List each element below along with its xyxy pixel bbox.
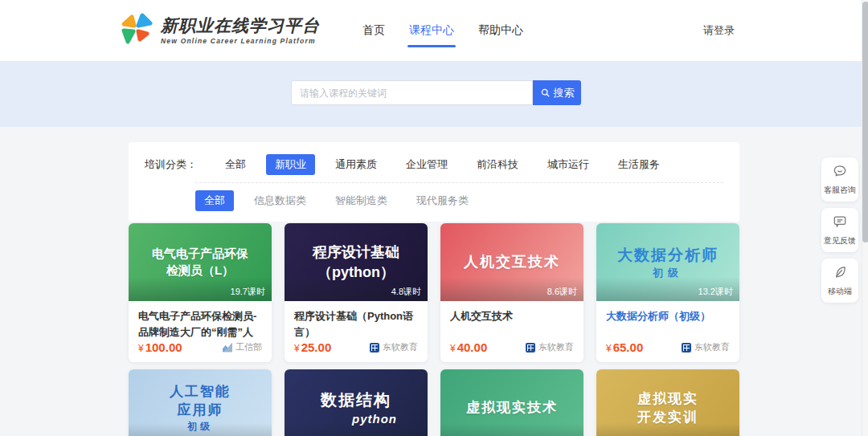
- course-card[interactable]: 程序设计基础（python） 4.8课时 程序设计基础（Python语言） ¥2…: [285, 223, 428, 362]
- primary-filter-row: 培训分类： 全部新职业通用素质企业管理前沿科技城市运行生活服务: [145, 154, 723, 175]
- course-title[interactable]: 大数据分析师（初级）: [606, 308, 730, 324]
- scrollbar-track[interactable]: [862, 0, 868, 436]
- course-cover-image: 虚拟现实开发实训: [596, 369, 739, 436]
- float-button-label: 移动端: [828, 286, 852, 297]
- filter-panel: 培训分类： 全部新职业通用素质企业管理前沿科技城市运行生活服务 全部信息数据类智…: [129, 142, 739, 222]
- cover-title-line: 大数据分析师: [617, 245, 719, 266]
- category-pill[interactable]: 全部: [195, 190, 234, 211]
- course-card[interactable]: 虚拟现实技术: [440, 369, 583, 436]
- course-card[interactable]: 电气电子产品环保检测员（L） 19.7课时 电气电子产品环保检测员-品牌制造大厂…: [129, 223, 272, 362]
- course-title[interactable]: 电气电子产品环保检测员-品牌制造大厂的“刚需”人才: [138, 308, 262, 340]
- cover-title: 数据结构python: [315, 389, 397, 427]
- active-tab-underline: [407, 45, 456, 47]
- cover-title-line: 开发实训: [637, 409, 698, 427]
- nav-item-label: 首页: [362, 23, 385, 36]
- course-cover-image: 程序设计基础（python） 4.8课时: [285, 223, 428, 301]
- course-cover-image: 人工智能应用师初级: [129, 369, 272, 436]
- course-card[interactable]: 数据结构python: [285, 369, 428, 436]
- brand-subtitle: New Online Career Learning Platform: [161, 37, 320, 45]
- cover-title: 程序设计基础（python）: [313, 242, 399, 282]
- course-cover-image: 大数据分析师初级 13.2课时: [596, 223, 739, 301]
- category-pill[interactable]: 企业管理: [397, 154, 457, 175]
- brand-text: 新职业在线学习平台 New Online Career Learning Pla…: [161, 16, 320, 44]
- cover-title-line: 检测员（L）: [152, 263, 248, 279]
- neusoft-logo-icon: [370, 343, 379, 352]
- course-price: ¥40.00: [450, 340, 487, 354]
- course-provider: 东软教育: [370, 341, 418, 353]
- nav-item[interactable]: 帮助中心: [473, 15, 528, 46]
- course-info: 人机交互技术 ¥40.00 东软教育: [440, 301, 583, 362]
- feedback-bubble-icon: [832, 214, 848, 233]
- cover-title-line: 初级: [617, 266, 719, 280]
- brand-title: 新职业在线学习平台: [161, 16, 320, 35]
- course-card[interactable]: 人工智能应用师初级: [129, 369, 272, 436]
- wing-icon: [832, 264, 848, 283]
- course-card[interactable]: 人机交互技术 8.6课时 人机交互技术 ¥40.00 东软教育: [440, 223, 583, 362]
- cover-title: 虚拟现实开发实训: [637, 390, 698, 427]
- course-price: ¥65.00: [606, 340, 643, 354]
- pinwheel-logo-icon: [119, 12, 153, 49]
- category-pill[interactable]: 前沿科技: [468, 154, 527, 175]
- cover-title: 人机交互技术: [464, 252, 560, 271]
- course-cover-image: 电气电子产品环保检测员（L） 19.7课时: [129, 223, 272, 301]
- course-price: ¥25.00: [294, 340, 331, 354]
- price-amount: 100.00: [145, 340, 182, 354]
- page: 新职业在线学习平台 New Online Career Learning Pla…: [0, 0, 868, 436]
- course-info: 电气电子产品环保检测员-品牌制造大厂的“刚需”人才 ¥100.00 工信部: [129, 301, 272, 362]
- float-button-label: 意见反馈: [824, 235, 856, 247]
- cover-title-line: （python）: [313, 263, 399, 282]
- cover-title-line: 程序设计基础: [313, 242, 399, 262]
- category-pill[interactable]: 通用素质: [326, 154, 386, 175]
- course-title[interactable]: 程序设计基础（Python语言）: [294, 308, 418, 340]
- currency-symbol: ¥: [450, 343, 456, 354]
- brand-logo[interactable]: 新职业在线学习平台 New Online Career Learning Pla…: [119, 12, 320, 49]
- filter-divider: [195, 182, 723, 183]
- search-button[interactable]: 搜索: [533, 80, 581, 105]
- login-link[interactable]: 请登录: [703, 23, 735, 38]
- search-input[interactable]: [291, 80, 533, 105]
- cover-title-line: 应用师: [170, 401, 231, 420]
- course-grid: 电气电子产品环保检测员（L） 19.7课时 电气电子产品环保检测员-品牌制造大厂…: [129, 223, 739, 436]
- currency-symbol: ¥: [138, 343, 144, 354]
- search-button-label: 搜索: [554, 86, 575, 100]
- duration-badge: 4.8课时: [391, 286, 421, 298]
- category-pill[interactable]: 信息数据类: [245, 190, 315, 211]
- float-button-label: 客服咨询: [824, 185, 856, 196]
- category-pill[interactable]: 城市运行: [538, 154, 598, 175]
- float-button[interactable]: 客服咨询: [821, 157, 858, 202]
- float-button[interactable]: 意见反馈: [821, 208, 858, 252]
- course-info: 程序设计基础（Python语言） ¥25.00 东软教育: [285, 301, 428, 362]
- course-info: 大数据分析师（初级） ¥65.00 东软教育: [596, 301, 739, 362]
- floating-toolbar: 客服咨询 意见反馈 移动端: [821, 157, 858, 303]
- course-title[interactable]: 人机交互技术: [450, 308, 574, 324]
- course-cover-image: 人机交互技术 8.6课时: [440, 223, 583, 301]
- duration-badge: 19.7课时: [231, 286, 265, 298]
- cover-title-line: 虚拟现实: [637, 390, 698, 409]
- course-meta: ¥100.00 工信部: [138, 340, 262, 354]
- cover-title: 虚拟现实技术: [466, 399, 558, 418]
- course-card[interactable]: 虚拟现实开发实训: [596, 369, 739, 436]
- course-provider: 东软教育: [682, 341, 730, 353]
- cover-title-line: 人工智能: [170, 383, 231, 401]
- category-pill[interactable]: 现代服务类: [407, 190, 477, 211]
- primary-category-list: 全部新职业通用素质企业管理前沿科技城市运行生活服务: [216, 154, 669, 175]
- search-band: 搜索: [0, 61, 868, 127]
- nav-item[interactable]: 首页: [358, 15, 390, 46]
- cover-title-line: 数据结构: [315, 389, 397, 411]
- provider-name: 东软教育: [694, 341, 730, 353]
- filter-label: 培训分类：: [145, 157, 197, 172]
- category-pill[interactable]: 智能制造类: [326, 190, 396, 211]
- category-pill[interactable]: 新职业: [266, 154, 315, 175]
- cover-title-line: 人机交互技术: [464, 252, 560, 271]
- chat-smile-icon: [832, 163, 848, 182]
- scrollbar-thumb[interactable]: [862, 2, 868, 242]
- category-pill[interactable]: 生活服务: [609, 154, 669, 175]
- course-card[interactable]: 大数据分析师初级 13.2课时 大数据分析师（初级） ¥65.00 东软教育: [596, 223, 739, 362]
- nav-item[interactable]: 课程中心: [404, 15, 459, 46]
- course-meta: ¥40.00 东软教育: [450, 340, 574, 354]
- float-button[interactable]: 移动端: [821, 259, 858, 303]
- cover-title: 人工智能应用师初级: [170, 383, 231, 433]
- category-pill[interactable]: 全部: [216, 154, 255, 175]
- neusoft-logo-icon: [682, 343, 691, 352]
- course-cover-image: 虚拟现实技术: [440, 369, 583, 436]
